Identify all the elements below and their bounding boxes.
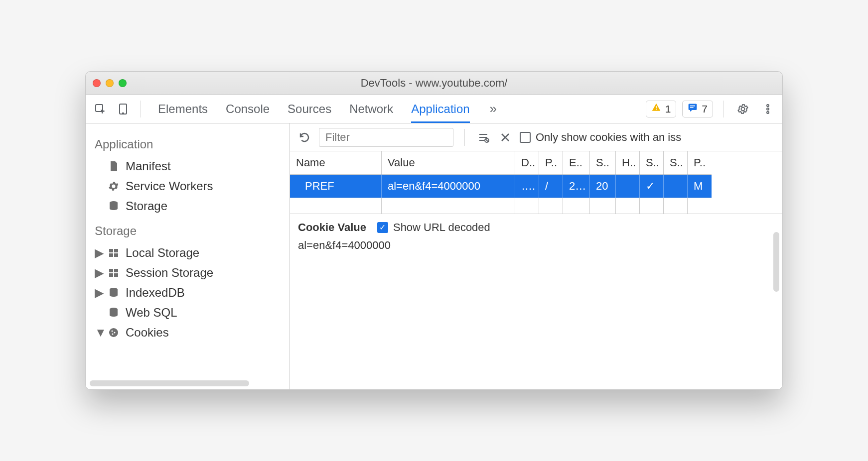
delete-icon[interactable] xyxy=(498,130,513,145)
minimize-window-button[interactable] xyxy=(106,79,114,87)
file-icon xyxy=(108,160,120,172)
only-issue-label: Only show cookies with an iss xyxy=(536,131,681,144)
col-httponly[interactable]: H.. xyxy=(616,151,640,174)
warnings-count: 1 xyxy=(665,103,671,115)
cookie-detail-label: Cookie Value xyxy=(298,221,366,234)
titlebar: DevTools - www.youtube.com/ xyxy=(86,72,782,95)
tab-sources[interactable]: Sources xyxy=(288,95,331,123)
cell-value: al=en&f4=4000000 xyxy=(382,174,515,198)
gear-icon xyxy=(108,180,120,192)
sidebar-item-indexeddb[interactable]: ▶ IndexedDB xyxy=(86,283,289,303)
chevron-down-icon[interactable]: ▼ xyxy=(95,326,102,340)
cell-name: PREF xyxy=(290,174,382,198)
close-window-button[interactable] xyxy=(93,79,101,87)
cookie-icon xyxy=(108,327,120,339)
tabbar: Elements Console Sources Network Applica… xyxy=(86,95,782,123)
svg-point-8 xyxy=(767,105,769,107)
svg-rect-4 xyxy=(656,109,657,110)
sidebar-item-label: Local Storage xyxy=(126,246,199,260)
sidebar-item-session-storage[interactable]: ▶ Session Storage xyxy=(86,263,289,283)
chevron-right-icon[interactable]: ▶ xyxy=(95,266,102,280)
show-decoded-label: Show URL decoded xyxy=(393,221,490,234)
refresh-icon[interactable] xyxy=(297,130,312,145)
separator xyxy=(464,129,465,146)
sidebar-item-label: Storage xyxy=(126,199,167,213)
col-size[interactable]: S.. xyxy=(590,151,616,174)
svg-point-22 xyxy=(114,332,116,334)
col-domain[interactable]: D.. xyxy=(515,151,539,174)
table-row-empty xyxy=(290,198,782,214)
table-row[interactable]: PREF al=en&f4=4000000 …. / 2… 20 ✓ M xyxy=(290,174,782,198)
cell-path: / xyxy=(539,174,563,198)
col-expires[interactable]: E.. xyxy=(563,151,590,174)
col-value[interactable]: Value xyxy=(382,151,515,174)
grid-icon xyxy=(108,267,120,279)
filter-input[interactable] xyxy=(319,128,453,147)
device-toggle-icon[interactable] xyxy=(114,100,133,118)
tab-network[interactable]: Network xyxy=(349,95,393,123)
cell-httponly xyxy=(616,174,640,198)
clear-all-icon[interactable] xyxy=(476,130,491,145)
col-priority[interactable]: P.. xyxy=(688,151,712,174)
only-issue-checkbox[interactable] xyxy=(520,132,531,143)
zoom-window-button[interactable] xyxy=(119,79,127,87)
chevron-right-icon[interactable]: ▶ xyxy=(95,246,102,260)
devtools-window: DevTools - www.youtube.com/ Elements Con… xyxy=(85,71,783,390)
svg-rect-5 xyxy=(689,104,697,111)
kebab-menu-icon[interactable] xyxy=(758,100,777,118)
sidebar-item-cookies[interactable]: ▼ Cookies xyxy=(86,323,289,343)
svg-point-9 xyxy=(767,108,769,110)
cookies-toolbar: Only show cookies with an iss xyxy=(290,123,782,151)
tab-console[interactable]: Console xyxy=(226,95,270,123)
database-icon xyxy=(108,307,120,319)
sidebar-item-websql[interactable]: Web SQL xyxy=(86,303,289,323)
body: Application Manifest Service Workers Sto… xyxy=(86,123,782,389)
separator xyxy=(141,101,141,117)
more-tabs-button[interactable]: » xyxy=(490,101,497,116)
grid-icon xyxy=(108,247,120,259)
cookie-detail-header: Cookie Value Show URL decoded xyxy=(298,221,774,234)
chevron-right-icon[interactable]: ▶ xyxy=(95,286,102,300)
main-panel: Only show cookies with an iss Name Value… xyxy=(290,123,782,389)
messages-badge[interactable]: 7 xyxy=(682,101,713,117)
main-vertical-scrollbar[interactable] xyxy=(773,232,779,292)
sidebar-item-label: Web SQL xyxy=(126,306,177,320)
database-icon xyxy=(108,287,120,299)
sidebar-item-manifest[interactable]: Manifest xyxy=(86,156,289,176)
tabbar-right: 1 7 xyxy=(646,100,777,118)
svg-line-28 xyxy=(485,139,488,142)
cell-size: 20 xyxy=(590,174,616,198)
col-secure[interactable]: S.. xyxy=(640,151,664,174)
table-header-row: Name Value D.. P.. E.. S.. H.. S.. S.. P… xyxy=(290,151,782,174)
sidebar-group-application: Application xyxy=(86,129,289,156)
sidebar-group-storage: Storage xyxy=(86,216,289,243)
tab-application[interactable]: Application xyxy=(411,95,469,123)
messages-count: 7 xyxy=(702,103,708,115)
sidebar-item-local-storage[interactable]: ▶ Local Storage xyxy=(86,243,289,263)
cell-domain: …. xyxy=(515,174,539,198)
cell-priority: M xyxy=(688,174,712,198)
cookie-value-text: al=en&f4=4000000 xyxy=(298,239,774,252)
settings-icon[interactable] xyxy=(733,100,752,118)
tab-elements[interactable]: Elements xyxy=(158,95,208,123)
col-samesite[interactable]: S.. xyxy=(664,151,688,174)
cell-expires: 2… xyxy=(563,174,590,198)
svg-point-21 xyxy=(112,331,113,332)
sidebar-item-label: Cookies xyxy=(126,326,169,340)
panel-tabs: Elements Console Sources Network Applica… xyxy=(158,95,470,123)
sidebar-item-service-workers[interactable]: Service Workers xyxy=(86,176,289,196)
sidebar-horizontal-scrollbar[interactable] xyxy=(90,380,249,386)
svg-rect-3 xyxy=(656,106,657,109)
show-decoded-checkbox[interactable] xyxy=(377,222,388,233)
sidebar-item-label: Session Storage xyxy=(126,266,213,280)
warnings-badge[interactable]: 1 xyxy=(646,101,677,117)
sidebar-item-storage-summary[interactable]: Storage xyxy=(86,196,289,216)
show-decoded-toggle[interactable]: Show URL decoded xyxy=(377,221,490,234)
sidebar: Application Manifest Service Workers Sto… xyxy=(86,123,290,389)
cookie-detail: Cookie Value Show URL decoded al=en&f4=4… xyxy=(290,214,782,259)
inspect-element-icon[interactable] xyxy=(91,100,110,118)
only-issue-toggle[interactable]: Only show cookies with an iss xyxy=(520,131,681,144)
col-name[interactable]: Name xyxy=(290,151,382,174)
col-path[interactable]: P.. xyxy=(539,151,563,174)
window-controls xyxy=(93,79,127,87)
